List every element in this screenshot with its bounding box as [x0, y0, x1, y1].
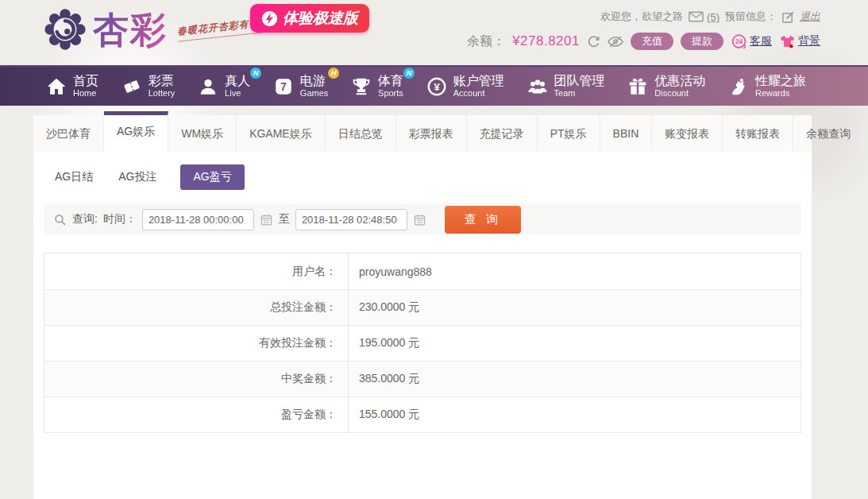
- nav-texts-rewards: 性耀之旅 Rewards: [755, 74, 806, 98]
- nav-item-sports[interactable]: 体育 Sports N: [351, 74, 403, 98]
- tab-kgame-entertainment[interactable]: KGAME娱乐: [237, 115, 326, 152]
- nav-texts-discount: 优惠活动 Discount: [654, 74, 705, 98]
- team-people-icon: [527, 76, 548, 97]
- query-bar: 查询: 时间： 至 查 询: [44, 203, 801, 235]
- subtab-ag-profit[interactable]: AG盈亏: [180, 164, 244, 190]
- new-badge: N: [250, 68, 261, 79]
- nav-texts-home: 首页 Home: [73, 74, 98, 98]
- svg-text:¥: ¥: [434, 80, 440, 92]
- query-submit-button[interactable]: 查 询: [445, 206, 521, 234]
- logo-flower-icon: [44, 8, 87, 51]
- hide-balance-button[interactable]: [608, 36, 623, 48]
- welcome-row: 欢迎您，欲望之路 (5) 预留信息： 退出: [467, 10, 820, 24]
- background-link[interactable]: 背景: [779, 34, 820, 48]
- nav-texts-live: 真人 Live N: [225, 74, 250, 98]
- site-logo[interactable]: 杏彩 春暖花开杏彩有你!: [44, 8, 264, 52]
- table-row: 中奖金额： 385.0000 元: [44, 361, 800, 396]
- nav-label-lottery-zh: 彩票: [149, 74, 176, 88]
- tab-transfer-report[interactable]: 转账报表: [723, 115, 793, 152]
- username-label: 用户名：: [44, 253, 348, 289]
- nav-label-rewards-zh: 性耀之旅: [755, 74, 806, 88]
- edit-reserved-info[interactable]: [782, 11, 794, 23]
- tab-bbin[interactable]: BBIN: [600, 115, 653, 152]
- nav-texts-account: 账户管理 Account: [453, 74, 504, 98]
- time-label: 时间：: [103, 212, 137, 226]
- nav-label-sports-zh: 体育: [378, 74, 403, 88]
- valid-bet-value: 195.0000 元: [348, 326, 800, 361]
- refresh-balance-button[interactable]: [587, 35, 600, 48]
- reserved-info-label: 预留信息：: [725, 10, 777, 24]
- winning-amount-value: 385.0000 元: [348, 362, 800, 396]
- recharge-button[interactable]: 充值: [631, 33, 673, 50]
- total-bet-value: 230.0000 元: [348, 290, 800, 325]
- tab-saba-sports[interactable]: 沙巴体育: [33, 115, 104, 152]
- speed-version-badge[interactable]: 体验极速版: [250, 4, 369, 33]
- tab-daily-summary[interactable]: 日结总览: [326, 115, 396, 152]
- subtab-ag-daily[interactable]: AG日结: [53, 164, 95, 190]
- withdraw-button[interactable]: 提款: [681, 33, 723, 50]
- ag-subtabs: AG日结 AG投注 AG盈亏: [53, 164, 812, 190]
- svg-text:24: 24: [735, 37, 743, 45]
- discount-gift-icon: [627, 76, 648, 97]
- winning-amount-label: 中奖金额：: [44, 362, 348, 396]
- profit-report-table: 用户名： proyuwang888 总投注金额： 230.0000 元 有效投注…: [44, 253, 801, 433]
- nav-item-account[interactable]: ¥ 账户管理 Account: [426, 74, 504, 98]
- tab-deposit-withdraw-records[interactable]: 充提记录: [467, 115, 538, 152]
- to-label: 至: [279, 212, 290, 226]
- nav-item-live[interactable]: 真人 Live N: [198, 74, 250, 98]
- subtab-ag-bets[interactable]: AG投注: [117, 164, 158, 190]
- nav-label-rewards-en: Rewards: [755, 88, 806, 98]
- rewards-figure-icon: [728, 76, 749, 97]
- welcome-text: 欢迎您，欲望之路: [600, 10, 683, 24]
- header-right: 欢迎您，欲望之路 (5) 预留信息： 退出 余额： ¥278.8201: [467, 10, 820, 50]
- nav-label-discount-zh: 优惠活动: [654, 74, 705, 88]
- nav-item-rewards[interactable]: 性耀之旅 Rewards: [728, 74, 806, 98]
- table-row: 盈亏金额： 155.0000 元: [44, 396, 800, 432]
- valid-bet-label: 有效投注金额：: [44, 326, 348, 361]
- logo-text: 杏彩: [93, 8, 168, 52]
- hot-badge: H: [328, 68, 339, 79]
- customer-service-link[interactable]: 24 客服: [731, 33, 772, 50]
- customer-service-label: 客服: [750, 34, 772, 48]
- tab-lottery-report[interactable]: 彩票报表: [396, 115, 467, 152]
- balance-label: 余额：: [467, 33, 505, 50]
- background-label: 背景: [798, 34, 820, 48]
- total-bet-label: 总投注金额：: [44, 290, 348, 325]
- nav-item-discount[interactable]: 优惠活动 Discount: [627, 74, 705, 98]
- tab-account-change-report[interactable]: 账变报表: [652, 115, 723, 152]
- nav-texts-lottery: 彩票 Lottery: [149, 74, 176, 98]
- end-calendar-button[interactable]: [413, 213, 426, 226]
- nav-label-discount-en: Discount: [654, 88, 705, 98]
- end-time-input[interactable]: [295, 209, 407, 230]
- nav-item-home[interactable]: 首页 Home: [46, 74, 98, 98]
- start-calendar-button[interactable]: [260, 213, 273, 226]
- account-coin-icon: ¥: [426, 76, 447, 97]
- logout-link[interactable]: 退出: [800, 10, 820, 24]
- search-icon: [53, 213, 67, 226]
- nav-item-lottery[interactable]: 彩票 Lottery: [122, 74, 176, 98]
- tab-ag-entertainment[interactable]: AG娱乐: [104, 111, 168, 152]
- sports-trophy-icon: [351, 76, 372, 97]
- nav-label-account-zh: 账户管理: [453, 74, 504, 88]
- nav-label-home-zh: 首页: [73, 74, 98, 88]
- nav-label-games-zh: 电游: [300, 74, 328, 88]
- nav-item-team[interactable]: 团队管理 Team: [527, 74, 605, 98]
- live-person-icon: [198, 76, 218, 97]
- tab-pt-entertainment[interactable]: PT娱乐: [538, 115, 600, 152]
- nav-label-live-en: Live: [225, 88, 250, 98]
- tab-wm-entertainment[interactable]: WM娱乐: [168, 115, 237, 152]
- tab-balance-query[interactable]: 余额查询: [793, 115, 864, 152]
- mail-link[interactable]: (5): [689, 11, 719, 23]
- svg-text:7: 7: [280, 80, 287, 93]
- calendar-icon: [260, 213, 273, 226]
- profit-loss-label: 盈亏金额：: [44, 397, 348, 432]
- profit-loss-value: 155.0000 元: [348, 397, 800, 432]
- table-row: 用户名： proyuwang888: [44, 253, 800, 289]
- games-seven-icon: 7: [273, 76, 294, 97]
- nav-label-account-en: Account: [453, 88, 504, 98]
- bolt-icon: [261, 10, 278, 27]
- nav-item-games[interactable]: 7 电游 Games H: [273, 74, 328, 98]
- report-tabstrip: 沙巴体育 AG娱乐 WM娱乐 KGAME娱乐 日结总览 彩票报表 充提记录 PT…: [33, 115, 812, 152]
- nav-label-home-en: Home: [73, 88, 98, 98]
- start-time-input[interactable]: [142, 209, 254, 230]
